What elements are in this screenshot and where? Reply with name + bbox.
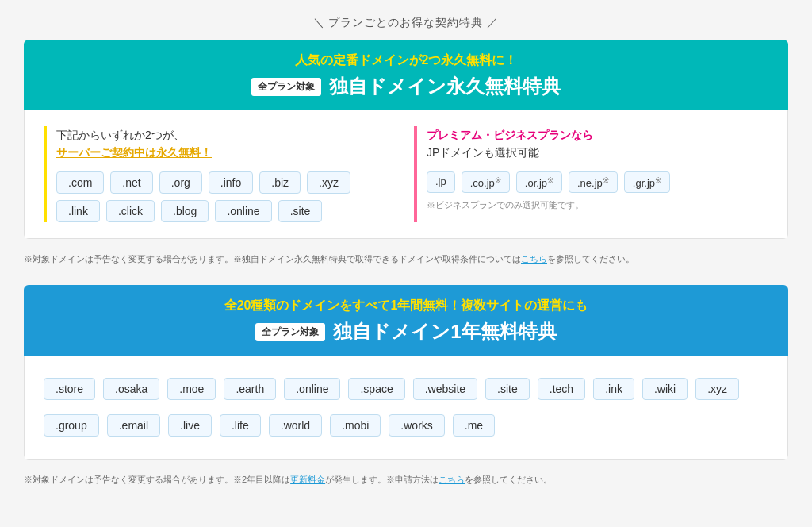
section1-right-footnote: ※ビジネスプランでのみ選択可能です。 xyxy=(427,199,768,211)
domain2-website: .website xyxy=(413,378,477,400)
domain2-osaka: .osaka xyxy=(103,378,159,400)
top-header: ＼ プランごとのお得な契約特典 ／ xyxy=(24,16,788,30)
domain-link: .link xyxy=(56,200,100,222)
section1-footnote: ※対象ドメインは予告なく変更する場合があります。※独自ドメイン永久無料特典で取得… xyxy=(24,252,788,267)
domain-nejp: .ne.jp※ xyxy=(569,171,618,193)
domain-org: .org xyxy=(159,171,202,194)
section1-banner: 人気の定番ドメインが2つ永久無料に！ 全プラン対象 独自ドメイン永久無料特典 下… xyxy=(24,40,788,239)
domain-site: .site xyxy=(278,200,323,222)
section2-footnote: ※対象ドメインは予告なく変更する場合があります。※2年目以降は更新料金が発生しま… xyxy=(24,472,788,487)
domain2-world: .world xyxy=(269,414,322,437)
section1-left-desc: 下記からいずれか2つが、 サーバーご契約中は永久無料！ xyxy=(56,126,398,162)
domain2-live: .live xyxy=(168,414,212,437)
section1-left: 下記からいずれか2つが、 サーバーご契約中は永久無料！ .com .net .o… xyxy=(44,126,398,222)
section1-title-row: 全プラン対象 独自ドメイン永久無料特典 xyxy=(40,74,772,99)
section2-footnote-mid: が発生します。※申請方法は xyxy=(325,475,439,484)
domain-cojp: .co.jp※ xyxy=(462,171,510,193)
domain2-me: .me xyxy=(453,414,495,437)
domain2-mobi: .mobi xyxy=(330,414,381,437)
section1-jp-domains: .jp .co.jp※ .or.jp※ .ne.jp※ .gr.jp※ xyxy=(427,171,768,193)
domain2-xyz: .xyz xyxy=(695,378,739,400)
domain2-earth: .earth xyxy=(224,378,276,400)
domain-jp: .jp xyxy=(427,171,455,193)
section2-domains-row1: .store .osaka .moe .earth .online .space… xyxy=(44,371,768,406)
domain2-wiki: .wiki xyxy=(642,378,688,400)
domain-grjp: .gr.jp※ xyxy=(624,171,670,193)
section1-right-title-sub: JPドメインも選択可能 xyxy=(427,146,539,159)
section2-subtitle: 全20種類のドメインをすべて1年間無料！複数サイトの運営にも xyxy=(40,298,772,314)
section2-footnote-link1[interactable]: 更新料金 xyxy=(290,475,325,484)
section2-header: 全20種類のドメインをすべて1年間無料！複数サイトの運営にも 全プラン対象 独自… xyxy=(24,285,788,356)
domain-orjp: .or.jp※ xyxy=(516,171,562,193)
section2-domains-row2: .group .email .live .life .world .mobi .… xyxy=(44,408,768,443)
section1-right-title-normal: プレミアム・ビジネスプランなら xyxy=(427,129,593,141)
section2-body: .store .osaka .moe .earth .online .space… xyxy=(24,356,788,460)
domain2-email: .email xyxy=(107,414,160,437)
section2-badge: 全プラン対象 xyxy=(255,323,325,341)
section1-footnote-link[interactable]: こちら xyxy=(521,254,547,264)
domain-info: .info xyxy=(209,171,253,194)
section2-footnote-link2[interactable]: こちら xyxy=(439,475,465,484)
section2-title-row: 全プラン対象 独自ドメイン1年無料特典 xyxy=(40,319,772,344)
domain2-tech: .tech xyxy=(538,378,585,400)
section1-footnote-text: ※対象ドメインは予告なく変更する場合があります。※独自ドメイン永久無料特典で取得… xyxy=(24,254,521,264)
section1-footnote-end: を参照してください。 xyxy=(547,254,634,264)
section1-right: プレミアム・ビジネスプランなら JPドメインも選択可能 .jp .co.jp※ … xyxy=(414,126,768,222)
domain-xyz: .xyz xyxy=(307,171,350,194)
section1-right-desc: プレミアム・ビジネスプランなら JPドメインも選択可能 xyxy=(427,126,768,162)
section2-main-title: 独自ドメイン1年無料特典 xyxy=(333,319,556,344)
domain-com: .com xyxy=(56,171,104,194)
domain-net: .net xyxy=(110,171,152,194)
section1-domains-row1: .com .net .org .info .biz .xyz xyxy=(56,171,398,194)
section2-footnote-end: を参照してください。 xyxy=(465,475,552,484)
section1-badge: 全プラン対象 xyxy=(251,78,321,96)
domain2-space: .space xyxy=(348,378,404,400)
page-wrapper: ＼ プランごとのお得な契約特典 ／ 人気の定番ドメインが2つ永久無料に！ 全プラ… xyxy=(0,0,812,522)
domain-online: .online xyxy=(215,200,271,222)
section1-desc1: 下記からいずれか2つが、 xyxy=(56,129,185,141)
section1-grid: 下記からいずれか2つが、 サーバーご契約中は永久無料！ .com .net .o… xyxy=(44,126,768,222)
domain2-store: .store xyxy=(44,378,95,400)
domain2-group: .group xyxy=(44,414,99,437)
section1-domains-row2: .link .click .blog .online .site xyxy=(56,200,398,222)
domain2-works: .works xyxy=(389,414,444,437)
section1-header: 人気の定番ドメインが2つ永久無料に！ 全プラン対象 独自ドメイン永久無料特典 xyxy=(24,40,788,110)
domain2-life: .life xyxy=(220,414,261,437)
domain-click: .click xyxy=(106,200,155,222)
section1-body: 下記からいずれか2つが、 サーバーご契約中は永久無料！ .com .net .o… xyxy=(24,110,788,239)
domain2-online: .online xyxy=(284,378,340,400)
domain-blog: .blog xyxy=(161,200,209,222)
section1-main-title: 独自ドメイン永久無料特典 xyxy=(329,74,561,99)
section2-banner: 全20種類のドメインをすべて1年間無料！複数サイトの運営にも 全プラン対象 独自… xyxy=(24,285,788,460)
domain2-ink: .ink xyxy=(593,378,634,400)
section2-footnote-text: ※対象ドメインは予告なく変更する場合があります。※2年目以降は xyxy=(24,475,290,484)
section1-desc2: サーバーご契約中は永久無料！ xyxy=(56,146,212,159)
domain2-moe: .moe xyxy=(167,378,216,400)
domain2-site: .site xyxy=(485,378,530,400)
section1-subtitle: 人気の定番ドメインが2つ永久無料に！ xyxy=(40,52,772,69)
domain-biz: .biz xyxy=(259,171,301,194)
